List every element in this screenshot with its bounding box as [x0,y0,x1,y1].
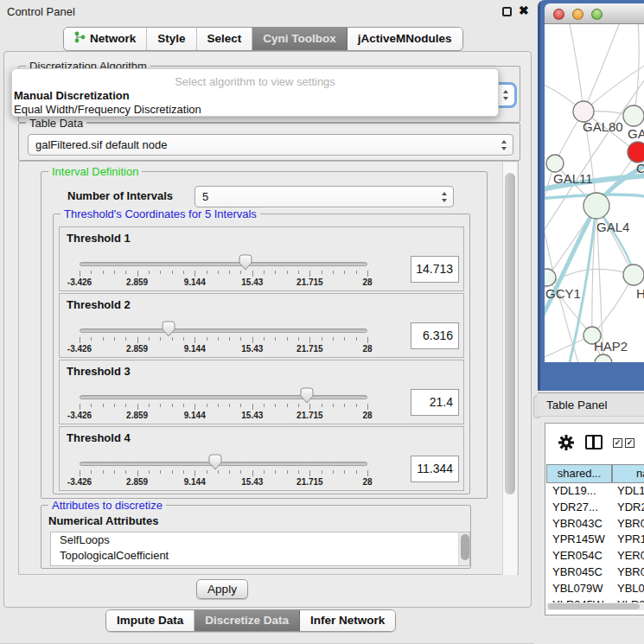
thresholds-group: Threshold's Coordinates for 5 Intervals … [53,214,470,494]
table-cell: YIL052C [552,614,596,615]
tab-jactivemnodules[interactable]: jActiveMNodules [348,28,462,50]
network-canvas[interactable]: GAL80GACGAL11GAL4GCY1HHAP2 [545,24,644,362]
slider-tick [356,271,357,274]
threshold-slider-thumb[interactable] [162,321,175,337]
tab-infer-network[interactable]: Infer Network [300,610,395,631]
table-row[interactable]: YDL19...YDL1 [545,484,644,501]
slider-tick [80,404,80,410]
gear-icon[interactable] [558,434,575,451]
slider-tick [367,337,368,343]
attribute-list-item[interactable]: BetweennessCentrality [51,564,469,566]
slider-tick-label: 28 [362,277,372,287]
network-node-gal11[interactable] [546,155,564,172]
interval-definition-group: Interval Definition Number of Intervals … [41,171,488,499]
top-tab-bar: NetworkStyleSelectCyni ToolboxjActiveMNo… [63,27,463,51]
slider-tick [183,470,184,474]
tab-network[interactable]: Network [64,28,147,50]
attribute-list-item[interactable]: TopologicalCoefficient [51,548,469,564]
network-edge [634,24,639,116]
slider-tick [125,404,126,407]
table-row[interactable]: YIL052CYIL0 [545,614,644,615]
slider-tick [137,404,138,410]
threshold-value-field[interactable]: 14.713 [411,256,459,283]
slider-tick-label: 2.859 [126,411,148,420]
table-data-combobox[interactable]: galFiltered.sif default node [28,134,513,156]
column-selector-icon[interactable] [585,435,603,450]
tab-style[interactable]: Style [147,28,196,50]
threshold-value-field[interactable]: 11.344 [411,456,459,482]
float-window-icon[interactable] [502,7,512,16]
slider-tick-label: 2.859 [126,277,148,287]
table-row[interactable]: YER054CYER0 [545,549,644,565]
slider-tick [80,470,80,476]
apply-button[interactable]: Apply [196,579,248,599]
network-node-h[interactable] [623,265,644,285]
slider-tick [149,404,150,407]
algorithm-option[interactable]: Manual Discretization [14,89,130,102]
mac-minimize-button[interactable] [572,9,583,20]
slider-tick [194,470,195,476]
attribute-list-item[interactable]: SelfLoops [51,532,469,548]
tab-label: Style [157,32,185,45]
slider-tick-label: 28 [362,344,372,354]
table-row[interactable]: YBR043CYBR0 [545,517,644,533]
tab-impute-data[interactable]: Impute Data [106,610,194,631]
table-column-header[interactable]: na [612,464,644,483]
slider-tick [298,271,299,274]
table-row[interactable]: YPR145WYPR1 [545,532,644,549]
network-node[interactable] [595,354,612,362]
slider-tick-label: 9.144 [184,411,206,420]
threshold-slider-thumb[interactable] [208,454,222,470]
numerical-attributes-list[interactable]: SelfLoopsTopologicalCoefficientBetweenne… [50,532,470,566]
tab-label: Discretize Data [205,614,289,627]
slider-tick-label: -3.426 [67,277,92,287]
network-node-ga[interactable] [623,105,644,126]
slider-tick [264,337,265,341]
algorithm-option[interactable]: Equal Width/Frequency Discretization [14,103,201,116]
network-node-c[interactable] [628,142,644,163]
table-row[interactable]: YDR27...YDR2 [545,501,644,517]
threshold-slider-thumb[interactable] [239,254,252,271]
slider-tick-label: -3.426 [67,477,92,487]
network-node-gcy1[interactable] [545,269,556,286]
slider-tick-label: 9.144 [184,277,206,287]
settings-vertical-scrollbar[interactable] [502,163,517,575]
table-row[interactable]: YBL079WYBL0 [545,582,644,598]
slider-tick [229,271,230,274]
tab-discretize-data[interactable]: Discretize Data [194,610,300,631]
close-icon[interactable]: ✖ [519,3,529,17]
checkbox-icon[interactable]: ✓ [613,438,622,448]
network-window-titlebar[interactable] [545,3,644,24]
threshold-slider-track[interactable] [80,328,367,333]
network-node-gal4[interactable] [583,193,609,219]
threshold-panel: Threshold 2-3.4262.8599.14415.4321.71528… [59,293,464,358]
algorithm-dropdown-popup: Select algorithm to view settings Manual… [11,68,499,117]
tab-label: Network [90,32,136,45]
number-of-intervals-combobox[interactable]: 5 [194,186,454,207]
threshold-value-field[interactable]: 6.316 [411,322,459,349]
mac-zoom-button[interactable] [591,9,603,20]
tab-select[interactable]: Select [197,28,253,50]
attributes-group: Attributes to discretize Numerical Attri… [41,505,471,569]
slider-tick [183,271,184,274]
slider-tick [207,337,207,341]
threshold-slider-track[interactable] [80,395,367,399]
threshold-slider-track[interactable] [80,462,367,466]
threshold-value-field[interactable]: 21.4 [411,389,459,416]
slider-tick [229,470,230,474]
network-node-label: HAP2 [594,339,628,354]
threshold-slider-track[interactable] [80,262,367,266]
table-cell: YDR2 [617,501,644,513]
mac-close-button[interactable] [553,9,564,20]
slider-tick [137,271,138,277]
tab-cyni-toolbox[interactable]: Cyni Toolbox [252,28,348,50]
table-horizontal-scrollbar[interactable] [546,603,644,610]
threshold-slider-thumb[interactable] [300,387,314,404]
attributes-list-scrollbar[interactable] [458,532,469,565]
threshold-panel: Threshold 4-3.4262.8599.14415.4321.71528… [59,426,464,491]
control-panel-title: Control Panel [7,5,75,18]
checkbox-icon[interactable]: ✓ [625,438,634,448]
table-column-header[interactable]: shared... [546,464,612,483]
table-row[interactable]: YBR045CYBR0 [545,565,644,582]
slider-tick [264,470,265,474]
